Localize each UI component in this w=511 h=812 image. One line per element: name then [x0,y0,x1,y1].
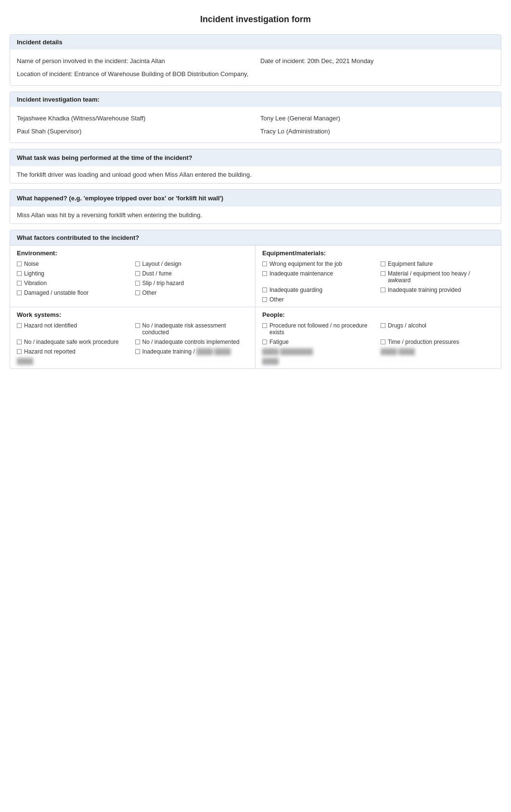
ppl-drugs: Drugs / alcohol [381,322,494,336]
location-row: Location of incident: Entrance of Wareho… [17,67,494,80]
env-noise-checkbox[interactable] [17,262,22,266]
what-happened-header: What happened? (e.g. 'employee tripped o… [10,190,501,207]
page-title: Incident investigation form [10,14,501,25]
people-col: People: Procedure not followed / no proc… [256,307,501,368]
team-row1: Tejashwee Khadka (Witness/Warehouse Staf… [17,112,494,125]
what-happened-answer: Miss Allan was hit by a reversing forkli… [10,207,501,223]
eq-guard-checkbox[interactable] [262,288,267,292]
env-other: Other [135,289,249,296]
team-member2: Tony Lee (General Manager) [260,115,494,122]
eq-training-checkbox[interactable] [381,288,385,292]
team-member3: Paul Shah (Supervisor) [17,128,251,135]
work-people-row: Work systems: Hazard not identified No /… [10,307,501,368]
eq-inadequate-training: Inadequate training provided [381,287,494,293]
env-lighting-checkbox[interactable] [17,271,22,276]
eq-other-checkbox[interactable] [262,297,267,302]
task-answer: The forklift driver was loading and unlo… [10,166,501,183]
ws-no-safe-work: No / inadequate safe work procedure [17,339,130,345]
ws-hazard-id-checkbox[interactable] [17,323,22,328]
eq-inadequate-maint: Inadequate maintenance [262,270,376,284]
environment-header: Environment: [17,249,248,257]
ws-no-controls: No / inadequate controls implemented [135,339,249,345]
work-systems-col: Work systems: Hazard not identified No /… [10,307,256,368]
eq-material-heavy: Material / equipment too heavy / awkward [381,270,494,284]
task-question-header: What task was being performed at the tim… [10,149,501,166]
environment-items: Noise Layout / design Lighting Dust / fu… [17,261,248,296]
ws-hazard-not-reported: Hazard not reported [17,348,130,355]
equipment-col: Equipment/materials: Wrong equipment for… [256,246,501,307]
factors-header: What factors contributed to the incident… [10,230,501,245]
env-dust: Dust / fume [135,270,249,277]
env-dust-checkbox[interactable] [135,271,140,276]
work-systems-items: Hazard not identified No / inadequate ri… [17,322,248,365]
ws-training-checkbox[interactable] [135,349,140,354]
incident-person-date-row: Name of person involved in the incident:… [17,54,494,67]
ppl-blurred2: ████ ████ [381,348,494,355]
ppl-procedure-checkbox[interactable] [262,323,267,328]
team-member1: Tejashwee Khadka (Witness/Warehouse Staf… [17,115,251,122]
investigation-team-section: Incident investigation team: Tejashwee K… [10,92,501,143]
ppl-blurred1: ████ ████████ [262,348,376,355]
env-noise: Noise [17,261,130,267]
eq-wrong-checkbox[interactable] [262,262,267,266]
env-damaged-checkbox[interactable] [17,290,22,295]
eq-other: Other [262,296,376,303]
env-lighting: Lighting [17,270,130,277]
ppl-drugs-checkbox[interactable] [381,323,385,328]
incident-details-header: Incident details [10,35,501,50]
ppl-blurred3: ████ [262,358,376,365]
eq-failure-checkbox[interactable] [381,262,385,266]
eq-inadequate-guard: Inadequate guarding [262,287,376,293]
what-happened-section: What happened? (e.g. 'employee tripped o… [10,189,501,224]
ws-risk-checkbox[interactable] [135,323,140,328]
equipment-items: Wrong equipment for the job Equipment fa… [262,261,494,303]
task-section: What task was being performed at the tim… [10,149,501,183]
date-label: Date of incident: 20th Dec, 2021 Monday [260,57,494,65]
incident-details-section: Incident details Name of person involved… [10,34,501,86]
env-vibration: Vibration [17,280,130,287]
environment-col: Environment: Noise Layout / design Light… [10,246,256,307]
equipment-header: Equipment/materials: [262,249,494,257]
people-header: People: [262,311,494,318]
env-layout: Layout / design [135,261,249,267]
work-systems-header: Work systems: [17,311,248,318]
ws-blurred1: ████ [17,358,130,365]
env-equip-row: Environment: Noise Layout / design Light… [10,245,501,307]
ws-inadequate-training: Inadequate training / ████ ████ [135,348,249,355]
env-damaged-floor: Damaged / unstable floor [17,289,130,296]
ppl-time-checkbox[interactable] [381,340,385,344]
eq-maint-checkbox[interactable] [262,271,267,276]
env-other-checkbox[interactable] [135,290,140,295]
people-items: Procedure not followed / no procedure ex… [262,322,494,365]
env-vibration-checkbox[interactable] [17,281,22,286]
team-member4: Tracy Lo (Administration) [260,128,494,135]
location-label: Location of incident: Entrance of Wareho… [17,70,494,78]
person-label: Name of person involved in the incident:… [17,57,251,65]
investigation-team-header: Incident investigation team: [10,92,501,107]
ppl-fatigue-checkbox[interactable] [262,340,267,344]
ws-hazard-not-id: Hazard not identified [17,322,130,336]
env-slip: Slip / trip hazard [135,280,249,287]
factors-section: What factors contributed to the incident… [10,230,501,369]
ppl-time-pressure: Time / production pressures [381,339,494,345]
team-row2: Paul Shah (Supervisor) Tracy Lo (Adminis… [17,125,494,138]
env-slip-checkbox[interactable] [135,281,140,286]
ws-safe-work-checkbox[interactable] [17,340,22,344]
env-layout-checkbox[interactable] [135,262,140,266]
ws-no-risk-assess: No / inadequate risk assessment conducte… [135,322,249,336]
eq-equip-failure: Equipment failure [381,261,494,267]
ws-controls-checkbox[interactable] [135,340,140,344]
eq-wrong-equip: Wrong equipment for the job [262,261,376,267]
ppl-fatigue: Fatigue [262,339,376,345]
ws-reported-checkbox[interactable] [17,349,22,354]
eq-heavy-checkbox[interactable] [381,271,385,276]
ppl-procedure: Procedure not followed / no procedure ex… [262,322,376,336]
